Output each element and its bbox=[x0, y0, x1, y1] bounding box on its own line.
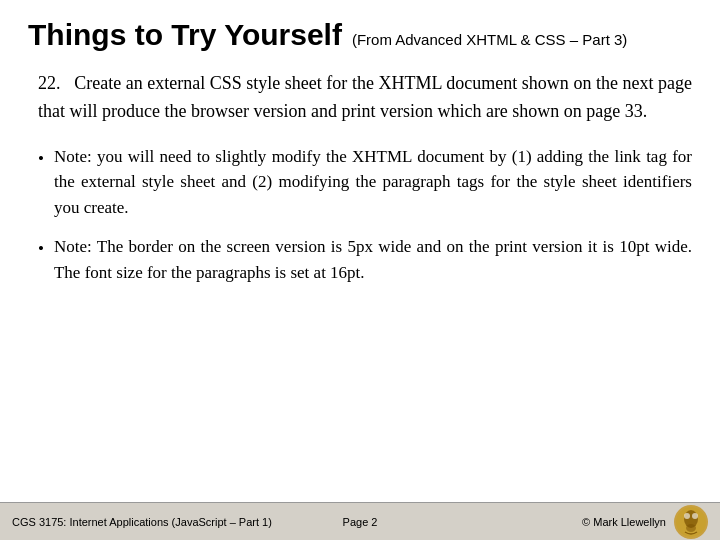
list-item: • Note: you will need to slightly modify… bbox=[38, 144, 692, 221]
footer-copyright: © Mark Llewellyn bbox=[582, 516, 666, 528]
bullet-dot-1: • bbox=[38, 146, 44, 172]
bullet-list: • Note: you will need to slightly modify… bbox=[28, 144, 692, 286]
list-item: • Note: The border on the screen version… bbox=[38, 234, 692, 285]
footer-right: © Mark Llewellyn bbox=[582, 505, 708, 539]
svg-point-2 bbox=[684, 513, 690, 519]
slide-subtitle: (From Advanced XHTML & CSS – Part 3) bbox=[352, 31, 627, 48]
bullet-dot-2: • bbox=[38, 236, 44, 262]
footer: CGS 3175: Internet Applications (JavaScr… bbox=[0, 502, 720, 540]
footer-page: Page 2 bbox=[343, 516, 378, 528]
item-22: 22. Create an external CSS style sheet f… bbox=[28, 70, 692, 126]
svg-point-3 bbox=[692, 513, 698, 519]
title-row: Things to Try Yourself (From Advanced XH… bbox=[28, 18, 692, 52]
content-area: Things to Try Yourself (From Advanced XH… bbox=[0, 0, 720, 502]
slide: Things to Try Yourself (From Advanced XH… bbox=[0, 0, 720, 540]
footer-course: CGS 3175: Internet Applications (JavaScr… bbox=[12, 516, 272, 528]
bullet-text-1: Note: you will need to slightly modify t… bbox=[54, 144, 692, 221]
bullet-text-2: Note: The border on the screen version i… bbox=[54, 234, 692, 285]
item-number: 22. bbox=[38, 73, 61, 93]
slide-title: Things to Try Yourself bbox=[28, 18, 342, 52]
gecko-logo-icon bbox=[674, 505, 708, 539]
item-22-text: Create an external CSS style sheet for t… bbox=[38, 73, 692, 121]
svg-point-4 bbox=[686, 524, 696, 532]
